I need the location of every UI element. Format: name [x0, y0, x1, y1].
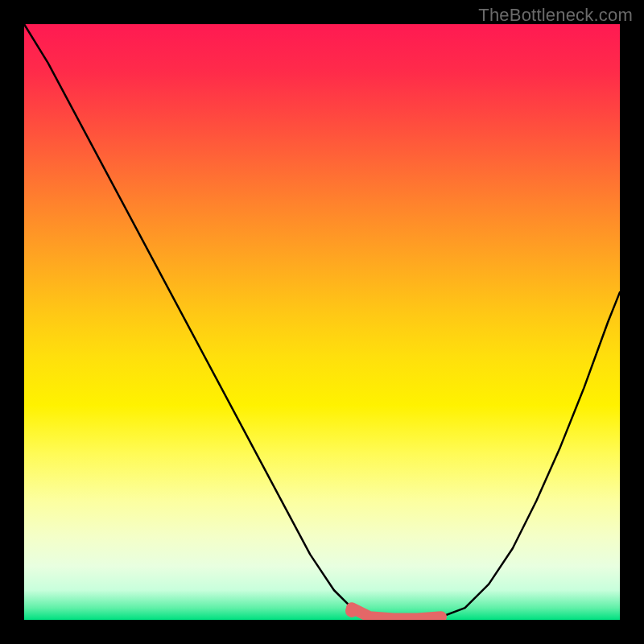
highlight-dot [345, 605, 358, 617]
plot-area [24, 24, 620, 620]
watermark-text: TheBottleneck.com [478, 5, 633, 26]
highlight-band [345, 605, 441, 619]
curve-path [24, 24, 620, 620]
chart-frame: TheBottleneck.com [0, 0, 644, 644]
highlight-path [352, 608, 441, 618]
chart-svg [24, 24, 620, 620]
primary-curve [24, 24, 620, 620]
